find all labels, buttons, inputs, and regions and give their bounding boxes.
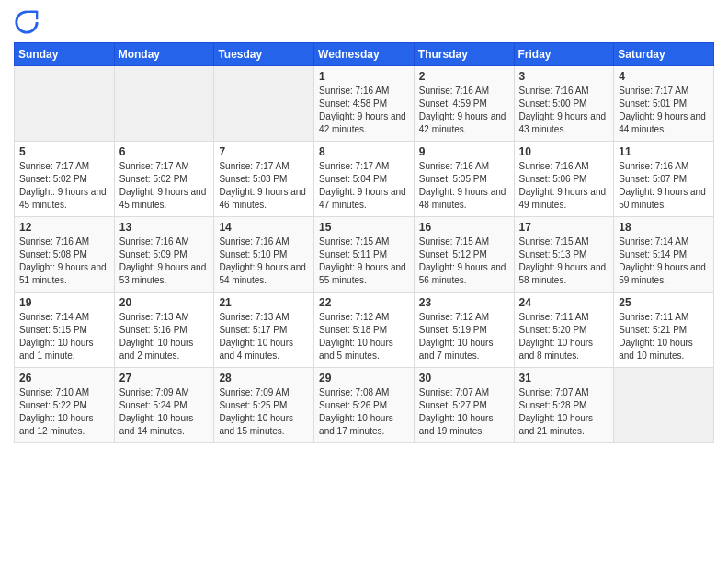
day-number: 14 bbox=[219, 221, 309, 234]
day-number: 12 bbox=[19, 221, 109, 234]
day-number: 17 bbox=[519, 221, 609, 234]
day-number: 10 bbox=[519, 145, 609, 158]
day-number: 3 bbox=[519, 70, 609, 83]
calendar-cell: 7Sunrise: 7:17 AM Sunset: 5:03 PM Daylig… bbox=[214, 142, 314, 217]
calendar-cell: 23Sunrise: 7:12 AM Sunset: 5:19 PM Dayli… bbox=[414, 293, 514, 368]
day-number: 13 bbox=[119, 221, 210, 234]
calendar-week-row: 12Sunrise: 7:16 AM Sunset: 5:08 PM Dayli… bbox=[15, 217, 714, 293]
calendar-cell: 13Sunrise: 7:16 AM Sunset: 5:09 PM Dayli… bbox=[114, 217, 214, 293]
calendar-table: SundayMondayTuesdayWednesdayThursdayFrid… bbox=[14, 42, 714, 443]
calendar-cell: 30Sunrise: 7:07 AM Sunset: 5:27 PM Dayli… bbox=[414, 368, 514, 443]
calendar-week-row: 5Sunrise: 7:17 AM Sunset: 5:02 PM Daylig… bbox=[15, 142, 714, 217]
calendar-week-row: 19Sunrise: 7:14 AM Sunset: 5:15 PM Dayli… bbox=[15, 293, 714, 368]
day-number: 1 bbox=[319, 70, 409, 83]
cell-details: Sunrise: 7:09 AM Sunset: 5:24 PM Dayligh… bbox=[119, 386, 210, 438]
cell-details: Sunrise: 7:17 AM Sunset: 5:02 PM Dayligh… bbox=[19, 160, 109, 212]
cell-details: Sunrise: 7:16 AM Sunset: 5:08 PM Dayligh… bbox=[19, 236, 109, 287]
day-header-wednesday: Wednesday bbox=[314, 43, 415, 66]
cell-details: Sunrise: 7:12 AM Sunset: 5:19 PM Dayligh… bbox=[419, 311, 509, 362]
calendar-header-row: SundayMondayTuesdayWednesdayThursdayFrid… bbox=[15, 43, 714, 66]
day-number: 28 bbox=[219, 372, 309, 385]
cell-details: Sunrise: 7:08 AM Sunset: 5:26 PM Dayligh… bbox=[319, 386, 409, 438]
cell-details: Sunrise: 7:07 AM Sunset: 5:28 PM Dayligh… bbox=[519, 386, 609, 438]
calendar-cell: 5Sunrise: 7:17 AM Sunset: 5:02 PM Daylig… bbox=[15, 142, 115, 217]
cell-details: Sunrise: 7:17 AM Sunset: 5:03 PM Dayligh… bbox=[219, 160, 309, 212]
cell-details: Sunrise: 7:15 AM Sunset: 5:11 PM Dayligh… bbox=[319, 236, 409, 287]
cell-details: Sunrise: 7:13 AM Sunset: 5:16 PM Dayligh… bbox=[119, 311, 210, 362]
day-number: 26 bbox=[19, 372, 109, 385]
cell-details: Sunrise: 7:16 AM Sunset: 4:59 PM Dayligh… bbox=[419, 85, 509, 136]
day-number: 29 bbox=[319, 372, 409, 385]
day-number: 19 bbox=[19, 296, 109, 309]
calendar-cell: 4Sunrise: 7:17 AM Sunset: 5:01 PM Daylig… bbox=[614, 66, 714, 142]
calendar-cell: 16Sunrise: 7:15 AM Sunset: 5:12 PM Dayli… bbox=[414, 217, 514, 293]
cell-details: Sunrise: 7:09 AM Sunset: 5:25 PM Dayligh… bbox=[219, 386, 309, 438]
calendar-cell: 21Sunrise: 7:13 AM Sunset: 5:17 PM Dayli… bbox=[214, 293, 314, 368]
calendar-cell: 19Sunrise: 7:14 AM Sunset: 5:15 PM Dayli… bbox=[15, 293, 115, 368]
calendar-cell: 17Sunrise: 7:15 AM Sunset: 5:13 PM Dayli… bbox=[514, 217, 614, 293]
day-header-sunday: Sunday bbox=[15, 43, 115, 66]
calendar-cell: 10Sunrise: 7:16 AM Sunset: 5:06 PM Dayli… bbox=[514, 142, 614, 217]
calendar-cell: 8Sunrise: 7:17 AM Sunset: 5:04 PM Daylig… bbox=[314, 142, 415, 217]
cell-details: Sunrise: 7:13 AM Sunset: 5:17 PM Dayligh… bbox=[219, 311, 309, 362]
cell-details: Sunrise: 7:17 AM Sunset: 5:02 PM Dayligh… bbox=[119, 160, 210, 212]
day-number: 9 bbox=[419, 145, 509, 158]
day-header-tuesday: Tuesday bbox=[214, 43, 314, 66]
calendar-cell: 6Sunrise: 7:17 AM Sunset: 5:02 PM Daylig… bbox=[114, 142, 214, 217]
day-header-saturday: Saturday bbox=[614, 43, 714, 66]
calendar-cell: 3Sunrise: 7:16 AM Sunset: 5:00 PM Daylig… bbox=[514, 66, 614, 142]
day-number: 24 bbox=[519, 296, 609, 309]
calendar-cell: 15Sunrise: 7:15 AM Sunset: 5:11 PM Dayli… bbox=[314, 217, 415, 293]
cell-details: Sunrise: 7:14 AM Sunset: 5:15 PM Dayligh… bbox=[19, 311, 109, 362]
day-number: 16 bbox=[419, 221, 509, 234]
calendar-cell: 24Sunrise: 7:11 AM Sunset: 5:20 PM Dayli… bbox=[514, 293, 614, 368]
calendar-cell bbox=[214, 66, 314, 142]
day-number: 2 bbox=[419, 70, 509, 83]
cell-details: Sunrise: 7:16 AM Sunset: 4:58 PM Dayligh… bbox=[319, 85, 409, 136]
calendar-cell: 26Sunrise: 7:10 AM Sunset: 5:22 PM Dayli… bbox=[15, 368, 115, 443]
cell-details: Sunrise: 7:15 AM Sunset: 5:13 PM Dayligh… bbox=[519, 236, 609, 287]
cell-details: Sunrise: 7:16 AM Sunset: 5:07 PM Dayligh… bbox=[619, 160, 709, 212]
calendar-cell: 2Sunrise: 7:16 AM Sunset: 4:59 PM Daylig… bbox=[414, 66, 514, 142]
cell-details: Sunrise: 7:17 AM Sunset: 5:04 PM Dayligh… bbox=[319, 160, 409, 212]
calendar-cell: 29Sunrise: 7:08 AM Sunset: 5:26 PM Dayli… bbox=[314, 368, 415, 443]
calendar-cell: 14Sunrise: 7:16 AM Sunset: 5:10 PM Dayli… bbox=[214, 217, 314, 293]
calendar-cell: 9Sunrise: 7:16 AM Sunset: 5:05 PM Daylig… bbox=[414, 142, 514, 217]
day-number: 30 bbox=[419, 372, 509, 385]
calendar-cell: 18Sunrise: 7:14 AM Sunset: 5:14 PM Dayli… bbox=[614, 217, 714, 293]
day-number: 22 bbox=[319, 296, 409, 309]
logo-icon bbox=[14, 9, 40, 35]
calendar-week-row: 1Sunrise: 7:16 AM Sunset: 4:58 PM Daylig… bbox=[15, 66, 714, 142]
day-number: 11 bbox=[619, 145, 709, 158]
cell-details: Sunrise: 7:17 AM Sunset: 5:01 PM Dayligh… bbox=[619, 85, 709, 136]
calendar-cell: 22Sunrise: 7:12 AM Sunset: 5:18 PM Dayli… bbox=[314, 293, 415, 368]
cell-details: Sunrise: 7:10 AM Sunset: 5:22 PM Dayligh… bbox=[19, 386, 109, 438]
day-header-thursday: Thursday bbox=[414, 43, 514, 66]
day-number: 20 bbox=[119, 296, 210, 309]
page-container: SundayMondayTuesdayWednesdayThursdayFrid… bbox=[0, 0, 728, 563]
cell-details: Sunrise: 7:14 AM Sunset: 5:14 PM Dayligh… bbox=[619, 236, 709, 287]
page-header bbox=[14, 9, 714, 35]
cell-details: Sunrise: 7:16 AM Sunset: 5:06 PM Dayligh… bbox=[519, 160, 609, 212]
day-header-monday: Monday bbox=[114, 43, 214, 66]
calendar-cell: 31Sunrise: 7:07 AM Sunset: 5:28 PM Dayli… bbox=[514, 368, 614, 443]
day-number: 7 bbox=[219, 145, 309, 158]
calendar-cell bbox=[15, 66, 115, 142]
day-number: 23 bbox=[419, 296, 509, 309]
calendar-week-row: 26Sunrise: 7:10 AM Sunset: 5:22 PM Dayli… bbox=[15, 368, 714, 443]
calendar-cell bbox=[114, 66, 214, 142]
cell-details: Sunrise: 7:16 AM Sunset: 5:00 PM Dayligh… bbox=[519, 85, 609, 136]
logo bbox=[14, 9, 43, 35]
day-number: 15 bbox=[319, 221, 409, 234]
calendar-cell: 20Sunrise: 7:13 AM Sunset: 5:16 PM Dayli… bbox=[114, 293, 214, 368]
day-number: 18 bbox=[619, 221, 709, 234]
day-number: 31 bbox=[519, 372, 609, 385]
day-number: 21 bbox=[219, 296, 309, 309]
day-number: 25 bbox=[619, 296, 709, 309]
cell-details: Sunrise: 7:15 AM Sunset: 5:12 PM Dayligh… bbox=[419, 236, 509, 287]
calendar-cell: 11Sunrise: 7:16 AM Sunset: 5:07 PM Dayli… bbox=[614, 142, 714, 217]
day-number: 5 bbox=[19, 145, 109, 158]
day-number: 8 bbox=[319, 145, 409, 158]
cell-details: Sunrise: 7:16 AM Sunset: 5:05 PM Dayligh… bbox=[419, 160, 509, 212]
cell-details: Sunrise: 7:16 AM Sunset: 5:09 PM Dayligh… bbox=[119, 236, 210, 287]
